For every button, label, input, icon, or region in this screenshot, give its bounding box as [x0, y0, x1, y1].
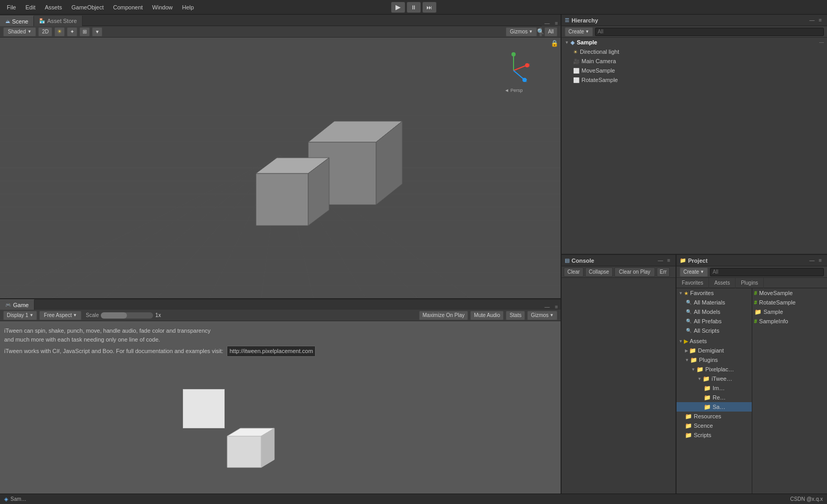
tab-scene[interactable]: ⛰ Scene	[0, 16, 34, 26]
console-clear-on-play-btn[interactable]: Clear on Play	[614, 267, 655, 277]
search-all-label: All	[548, 29, 554, 34]
pixel-arrow: ▼	[691, 367, 695, 372]
lighting-button[interactable]: ☀	[54, 27, 65, 37]
right-movesample[interactable]: # MoveSample	[752, 288, 828, 298]
pause-button[interactable]: ⏸	[406, 2, 421, 13]
right-sampleinfo[interactable]: # SampleInfo	[752, 317, 828, 326]
2d-button[interactable]: 2D	[38, 27, 52, 37]
scene-options-btn[interactable]: ≡	[552, 20, 561, 26]
assets-demigiant[interactable]: ▶ 📁 Demigiant	[677, 346, 752, 355]
project-tab-plugins[interactable]: Plugins	[736, 278, 764, 288]
fav-all-scripts[interactable]: 🔍 All Scripts	[677, 326, 752, 335]
assets-scripts[interactable]: 📁 Scripts	[677, 430, 752, 440]
resources-label: Resources	[694, 413, 721, 419]
unity-menu-gameobject[interactable]: GameObject	[68, 2, 108, 13]
assets-re[interactable]: 📁 Re…	[677, 393, 752, 402]
stats-btn[interactable]: Stats	[506, 311, 525, 320]
unity-menu-assets[interactable]: Assets	[41, 2, 66, 13]
gizmos-button[interactable]: Gizmos ▼	[506, 27, 537, 37]
assets-sa[interactable]: 📁 Sa…	[677, 402, 752, 412]
itween-folder-icon: 📁	[703, 376, 710, 382]
rotate-script-icon: #	[754, 300, 758, 306]
hierarchy-create-btn[interactable]: Create ▼	[565, 27, 593, 37]
search-icon[interactable]: 🔍	[539, 27, 542, 37]
hierarchy-item-rotatesample[interactable]: ⬜ RotateSample	[562, 75, 827, 85]
scene-grid	[0, 38, 561, 298]
console-err-btn[interactable]: Err	[657, 267, 670, 277]
scene-view-btn[interactable]: ⊞	[79, 27, 90, 37]
tab-game[interactable]: 🎮 Game	[0, 299, 34, 310]
unity-menu-window[interactable]: Window	[148, 2, 176, 13]
game-collapse-btn[interactable]: —	[542, 304, 552, 310]
2d-label: 2D	[42, 29, 49, 34]
shaded-button[interactable]: Shaded ▼	[3, 27, 36, 37]
scale-slider[interactable]	[101, 312, 153, 319]
play-button[interactable]: ▶	[391, 2, 405, 13]
fav-all-materials[interactable]: 🔍 All Materials	[677, 298, 752, 307]
dirlight-icon: ☀	[573, 49, 578, 55]
mute-audio-btn[interactable]: Mute Audio	[470, 311, 504, 320]
all-models-label: All Models	[694, 309, 720, 315]
sample-folder-icon: 📁	[754, 309, 762, 315]
itween-arrow: ▼	[697, 377, 702, 381]
svg-line-36	[514, 71, 524, 79]
scene-file-icon: ◈	[570, 40, 575, 45]
scene-extra-btn[interactable]: ▼	[92, 27, 102, 37]
fav-all-models[interactable]: 🔍 All Models	[677, 307, 752, 317]
project-tab-favorites[interactable]: Favorites	[677, 278, 709, 288]
unity-menu-edit[interactable]: Edit	[22, 2, 39, 13]
hierarchy-item-maincamera[interactable]: 🎥 Main Camera	[562, 56, 827, 66]
console-clear-btn[interactable]: Clear	[564, 267, 584, 277]
demigiant-arrow: ▶	[685, 348, 688, 353]
assets-resources[interactable]: 📁 Resources	[677, 412, 752, 421]
tab-asset-store[interactable]: 🏪 Asset Store	[34, 16, 83, 26]
fx-button[interactable]: ✦	[67, 27, 77, 37]
game-tab-label: Game	[13, 302, 29, 308]
search-fav-icon4: 🔍	[686, 328, 692, 333]
favorites-section[interactable]: ▼ ★ Favorites	[677, 288, 752, 298]
project-collapse-btn[interactable]: —	[807, 257, 817, 263]
scene-root-item[interactable]: ▼ ◈ Sample —	[562, 38, 827, 47]
assets-plugins[interactable]: ▼ 📁 Plugins	[677, 355, 752, 365]
svg-marker-27	[256, 173, 308, 226]
hierarchy-collapse-btn[interactable]: —	[807, 17, 817, 23]
unity-menu-component[interactable]: Component	[109, 2, 146, 13]
unity-menu-help[interactable]: Help	[178, 2, 197, 13]
project-create-btn[interactable]: Create ▼	[680, 267, 708, 277]
console-options-btn[interactable]: ≡	[665, 257, 672, 263]
assets-im[interactable]: 📁 Im…	[677, 383, 752, 393]
scene-gizmo[interactable]: Y X Z ◄ Persp	[495, 52, 532, 94]
game-gizmos-btn[interactable]: Gizmos ▼	[527, 311, 557, 320]
hierarchy-search[interactable]	[595, 28, 824, 36]
assets-scence[interactable]: 📁 Scence	[677, 421, 752, 430]
project-tab-assets[interactable]: Assets	[709, 278, 736, 288]
unity-menu-file[interactable]: File	[3, 2, 20, 13]
console-collapse-btn2[interactable]: Collapse	[585, 267, 613, 277]
game-options-btn[interactable]: ≡	[552, 304, 561, 310]
rotatesample-icon: ⬜	[573, 77, 579, 83]
right-sample[interactable]: 📁 Sample	[752, 307, 828, 317]
display-btn[interactable]: Display 1 ▼	[3, 311, 37, 320]
free-aspect-btn[interactable]: Free Aspect ▼	[39, 311, 81, 320]
display-label: Display 1	[7, 312, 28, 318]
right-rotatesample[interactable]: # RotateSample	[752, 298, 828, 307]
assets-section[interactable]: ▼ ▶ Assets	[677, 336, 752, 346]
console-collapse-btn[interactable]: —	[656, 257, 665, 263]
hierarchy-options-btn[interactable]: ≡	[817, 17, 824, 23]
hierarchy-item-dirlight[interactable]: ☀ Directional light	[562, 47, 827, 56]
console-err-label: Err	[660, 269, 667, 275]
assets-pixelplace[interactable]: ▼ 📁 Pixelplac…	[677, 365, 752, 374]
assets-itween[interactable]: ▼ 📁 iTwee…	[677, 374, 752, 383]
maximize-on-play-label: Maximize On Play	[423, 312, 465, 318]
lock-icon[interactable]: 🔒	[551, 40, 558, 47]
maximize-on-play-btn[interactable]: Maximize On Play	[419, 311, 469, 320]
svg-text:Z: Z	[525, 79, 528, 83]
fav-all-prefabs[interactable]: 🔍 All Prefabs	[677, 317, 752, 326]
hierarchy-item-movesample[interactable]: ⬜ MoveSample	[562, 66, 827, 75]
project-search[interactable]	[710, 268, 824, 276]
step-button[interactable]: ⏭	[422, 2, 437, 13]
console-title: Console	[572, 257, 594, 264]
scene-collapse-btn[interactable]: —	[542, 20, 552, 26]
search-all-button[interactable]: All	[544, 27, 557, 37]
project-options-btn[interactable]: ≡	[817, 257, 824, 263]
